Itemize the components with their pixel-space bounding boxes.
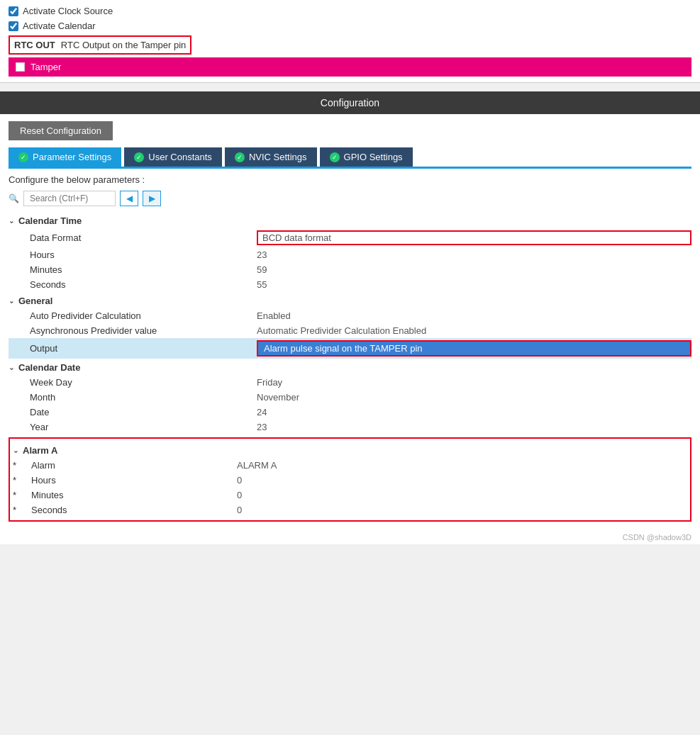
chevron-calendar-time: ⌄ — [9, 217, 14, 225]
alarm-star-alarm: * — [10, 460, 24, 471]
param-async-predivider-value: Automatic Predivider Calculation Enabled — [257, 325, 691, 336]
tamper-label: Tamper — [30, 62, 61, 72]
chevron-calendar-date: ⌄ — [9, 364, 14, 371]
tab-param-label: Parameter Settings — [33, 152, 111, 162]
param-hours-label: Hours — [30, 249, 257, 260]
param-output-label: Output — [30, 343, 257, 354]
param-output: Output Alarm pulse signal on the TAMPER … — [9, 338, 691, 359]
alarm-hours-label: Hours — [24, 475, 237, 486]
param-seconds-value: 55 — [257, 279, 691, 290]
tab-user-label: User Constants — [148, 152, 212, 162]
section-calendar-time[interactable]: ⌄ Calendar Time — [9, 212, 691, 228]
alarm-alarm-label: Alarm — [24, 460, 237, 471]
alarm-minutes-value: 0 — [237, 490, 242, 500]
config-header: Configuration — [0, 91, 700, 114]
param-week-day: Week Day Friday — [9, 375, 691, 390]
param-week-day-value: Friday — [257, 377, 691, 388]
param-hours-value: 23 — [257, 249, 691, 260]
section-calendar-date[interactable]: ⌄ Calendar Date — [9, 359, 691, 375]
tab-param-icon: ✓ — [18, 152, 28, 162]
tabs-row: ✓ Parameter Settings ✓ User Constants ✓ … — [0, 147, 700, 167]
param-data-format-label: Data Format — [30, 232, 257, 243]
watermark: CSDN @shadow3D — [0, 530, 700, 544]
alarm-param-hours: * Hours 0 — [10, 473, 690, 488]
nav-next-button[interactable]: ▶ — [143, 191, 161, 206]
param-year-label: Year — [30, 422, 257, 432]
activate-clock-source-checkbox[interactable] — [9, 6, 18, 16]
alarm-alarm-value: ALARM A — [237, 460, 277, 471]
param-auto-predivider: Auto Predivider Calculation Enabled — [9, 308, 691, 323]
configure-label: Configure the below parameters : — [0, 169, 700, 188]
tab-gpio-label: GPIO Settings — [344, 152, 403, 162]
alarm-param-alarm: * Alarm ALARM A — [10, 458, 690, 473]
tab-nvic-icon: ✓ — [235, 152, 245, 162]
alarm-param-minutes: * Minutes 0 — [10, 488, 690, 503]
tab-user-icon: ✓ — [134, 152, 144, 162]
alarm-star-minutes: * — [10, 490, 24, 500]
param-data-format: Data Format BCD data format — [9, 228, 691, 247]
search-row: 🔍 ◀ ▶ — [0, 188, 700, 212]
param-data-format-value: BCD data format — [257, 230, 691, 245]
chevron-alarm-a: ⌄ — [13, 447, 18, 454]
alarm-a-header[interactable]: ⌄ Alarm A — [10, 442, 690, 458]
param-month-value: November — [257, 392, 691, 403]
tab-gpio-icon: ✓ — [330, 152, 340, 162]
activate-clock-source-row: Activate Clock Source — [9, 6, 691, 16]
section-calendar-date-label: Calendar Date — [18, 362, 80, 373]
tab-user-constants[interactable]: ✓ User Constants — [124, 147, 222, 167]
activate-clock-source-label: Activate Clock Source — [23, 6, 113, 16]
alarm-star-hours: * — [10, 475, 24, 486]
params-area: ⌄ Calendar Time Data Format BCD data for… — [0, 212, 700, 530]
tamper-checkbox[interactable] — [16, 62, 25, 72]
alarm-minutes-label: Minutes — [24, 490, 237, 500]
param-date-label: Date — [30, 407, 257, 417]
param-month: Month November — [9, 390, 691, 405]
param-year-value: 23 — [257, 422, 691, 432]
activate-calendar-checkbox[interactable] — [9, 21, 18, 31]
search-icon: 🔍 — [9, 193, 19, 203]
param-hours: Hours 23 — [9, 247, 691, 262]
rtc-out-row: RTC OUT RTC Output on the Tamper pin — [9, 35, 191, 55]
param-auto-predivider-value: Enabled — [257, 310, 691, 321]
section-general-label: General — [18, 296, 52, 306]
param-month-label: Month — [30, 392, 257, 403]
section-calendar-time-label: Calendar Time — [18, 215, 82, 226]
chevron-general: ⌄ — [9, 297, 14, 305]
param-date: Date 24 — [9, 405, 691, 420]
alarm-param-seconds: * Seconds 0 — [10, 503, 690, 517]
alarm-hours-value: 0 — [237, 475, 242, 486]
nav-prev-button[interactable]: ◀ — [120, 191, 138, 206]
activate-calendar-row: Activate Calendar — [9, 21, 691, 31]
param-date-value: 24 — [257, 407, 691, 417]
param-async-predivider-label: Asynchronous Predivider value — [30, 325, 257, 336]
search-input[interactable] — [23, 191, 116, 206]
param-week-day-label: Week Day — [30, 377, 257, 388]
section-general[interactable]: ⌄ General — [9, 292, 691, 308]
param-minutes-label: Minutes — [30, 264, 257, 275]
param-minutes-value: 59 — [257, 264, 691, 275]
param-auto-predivider-label: Auto Predivider Calculation — [30, 310, 257, 321]
activate-calendar-label: Activate Calendar — [23, 21, 96, 31]
alarm-seconds-value: 0 — [237, 505, 242, 515]
reset-config-button[interactable]: Reset Configuration — [9, 121, 113, 140]
alarm-star-seconds: * — [10, 505, 24, 515]
param-minutes: Minutes 59 — [9, 262, 691, 277]
tab-nvic-settings[interactable]: ✓ NVIC Settings — [225, 147, 317, 167]
tab-gpio-settings[interactable]: ✓ GPIO Settings — [320, 147, 413, 167]
param-output-value: Alarm pulse signal on the TAMPER pin — [257, 340, 691, 357]
tamper-bar: Tamper — [9, 57, 691, 77]
alarm-a-section: ⌄ Alarm A * Alarm ALARM A * Hours 0 * Mi… — [9, 437, 691, 522]
param-async-predivider: Asynchronous Predivider value Automatic … — [9, 323, 691, 338]
alarm-a-label: Alarm A — [23, 445, 57, 456]
rtc-out-label: RTC OUT — [14, 40, 55, 50]
param-seconds-label: Seconds — [30, 279, 257, 290]
alarm-seconds-label: Seconds — [24, 505, 237, 515]
rtc-out-value: RTC Output on the Tamper pin — [61, 40, 187, 50]
param-seconds: Seconds 55 — [9, 277, 691, 292]
param-year: Year 23 — [9, 420, 691, 434]
tab-parameter-settings[interactable]: ✓ Parameter Settings — [9, 147, 121, 167]
tab-nvic-label: NVIC Settings — [249, 152, 307, 162]
